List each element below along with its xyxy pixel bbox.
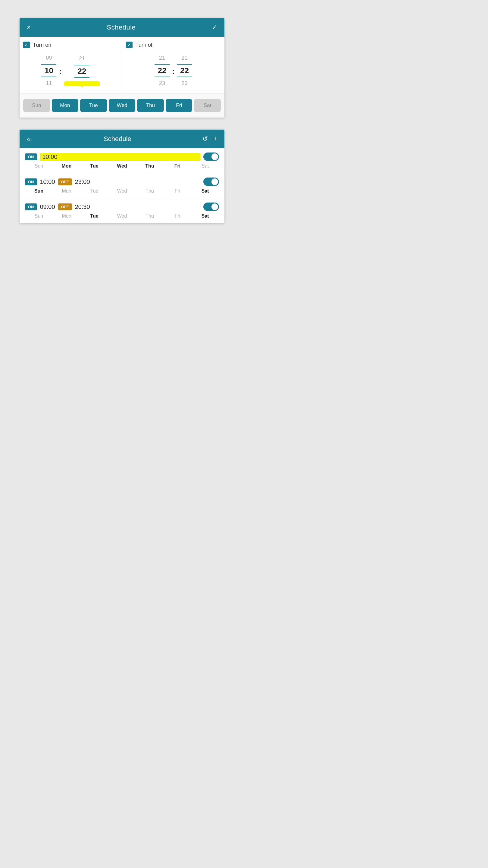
top-card-title: Schedule [107, 24, 136, 31]
day-btn-sun[interactable]: Sun [23, 99, 50, 112]
turn-on-checkbox[interactable]: ✓ [23, 41, 30, 48]
schedule-2-off-time: 23:00 [75, 179, 90, 185]
schedule-1-main-row: ON 10:00 [25, 153, 219, 161]
day-mon-3: Mon [53, 213, 80, 219]
hour-current-on: 10 [41, 64, 56, 77]
tooltip-box [64, 82, 100, 86]
top-schedule-card: × Schedule ✓ ✓ Turn on 09 10 11 : 21 22 [20, 18, 224, 118]
back-home-icon[interactable]: ‹⌂ [27, 135, 33, 143]
day-btn-mon[interactable]: Mon [52, 99, 78, 112]
minute-spinner-on[interactable]: 21 22 [64, 54, 100, 88]
day-mon-1: Mon [53, 163, 80, 169]
schedule-3-on-time: 09:00 [40, 204, 55, 210]
day-selector-row: Sun Mon Tue Wed Thu Fri Sat [20, 93, 224, 118]
day-sun-3: Sun [25, 213, 53, 219]
minute-below-on [64, 79, 100, 88]
day-tue-1: Tue [80, 163, 108, 169]
turn-off-column: ✓ Turn off 21 22 23 : 21 22 23 [122, 37, 225, 93]
colon-on: : [59, 67, 61, 76]
schedule-2-main-row: ON 10:00 OFF 23:00 [25, 178, 219, 186]
schedule-2-on-badge: ON [25, 179, 37, 185]
schedule-1-on-time: 10:00 [40, 153, 201, 161]
schedule-3-off-time: 20:30 [75, 204, 90, 210]
minute-spinner-off[interactable]: 21 22 23 [177, 53, 192, 88]
schedule-1-toggle[interactable] [203, 153, 219, 161]
minute-current-off: 22 [177, 64, 192, 77]
schedule-3-main-row: ON 09:00 OFF 20:30 [25, 203, 219, 211]
hour-above-off: 21 [159, 53, 165, 63]
schedule-3-days: Sun Mon Tue Wed Thu Fri Sat [25, 213, 219, 219]
schedule-2-on-time: 10:00 [40, 179, 55, 185]
minute-above-off: 21 [182, 53, 188, 63]
day-btn-sat[interactable]: Sat [194, 99, 221, 112]
day-thu-3: Thu [136, 213, 164, 219]
minute-above-on: 21 [79, 54, 85, 64]
turn-on-label: Turn on [33, 42, 51, 48]
day-mon-2: Mon [53, 188, 80, 194]
schedule-2-toggle[interactable] [203, 178, 219, 186]
hour-spinner-on[interactable]: 09 10 11 [41, 53, 56, 88]
schedule-3-off-badge: OFF [58, 204, 72, 210]
hour-below-off: 23 [159, 79, 165, 88]
hour-current-off: 22 [155, 64, 170, 77]
hour-above-on: 09 [46, 53, 52, 63]
turn-on-checkbox-row[interactable]: ✓ Turn on [23, 41, 51, 48]
day-sat-3: Sat [191, 213, 219, 219]
schedule-3-on-badge: ON [25, 204, 37, 210]
day-wed-1: Wed [108, 163, 136, 169]
minute-below-off: 23 [182, 79, 188, 88]
day-btn-thu[interactable]: Thu [137, 99, 164, 112]
close-icon[interactable]: × [27, 24, 31, 31]
day-btn-wed[interactable]: Wed [109, 99, 135, 112]
bottom-card-title: Schedule [36, 135, 199, 143]
day-tue-3: Tue [80, 213, 108, 219]
day-wed-3: Wed [108, 213, 136, 219]
day-fri-1: Fri [164, 163, 191, 169]
hour-spinner-off[interactable]: 21 22 23 [155, 53, 170, 88]
turn-off-checkbox[interactable]: ✓ [126, 41, 133, 48]
add-icon[interactable]: + [213, 135, 217, 143]
day-fri-2: Fri [164, 188, 191, 194]
hour-below-on: 11 [46, 79, 52, 88]
day-sun-2: Sun [25, 188, 53, 194]
day-btn-fri[interactable]: Fri [166, 99, 193, 112]
schedule-item-1: ON 10:00 Sun Mon Tue Wed Thu Fri Sat [20, 148, 224, 173]
turn-on-spinner: 09 10 11 : 21 22 [23, 53, 119, 88]
bottom-schedule-card: ‹⌂ Schedule ↺ + ON 10:00 Sun Mon Tue Wed… [20, 130, 224, 223]
turn-off-label: Turn off [135, 42, 154, 48]
day-tue-2: Tue [80, 188, 108, 194]
day-sat-1: Sat [191, 163, 219, 169]
day-fri-3: Fri [164, 213, 191, 219]
minute-current-on: 22 [74, 65, 90, 78]
day-sun-1: Sun [25, 163, 53, 169]
colon-off: : [172, 67, 175, 76]
refresh-icon[interactable]: ↺ [202, 135, 208, 143]
header-action-icons: ↺ + [202, 135, 217, 143]
schedule-1-on-badge: ON [25, 153, 37, 160]
schedule-item-2: ON 10:00 OFF 23:00 Sun Mon Tue Wed Thu F… [20, 173, 224, 198]
schedule-3-toggle[interactable] [203, 203, 219, 211]
day-btn-tue[interactable]: Tue [80, 99, 107, 112]
time-picker-section: ✓ Turn on 09 10 11 : 21 22 [20, 37, 224, 93]
schedule-item-3: ON 09:00 OFF 20:30 Sun Mon Tue Wed Thu F… [20, 198, 224, 223]
bottom-card-header: ‹⌂ Schedule ↺ + [20, 130, 224, 148]
tooltip-wrapper [64, 82, 100, 86]
turn-off-spinner: 21 22 23 : 21 22 23 [126, 53, 221, 88]
schedule-2-days: Sun Mon Tue Wed Thu Fri Sat [25, 188, 219, 194]
check-icon[interactable]: ✓ [212, 24, 217, 31]
day-thu-2: Thu [136, 188, 164, 194]
schedule-1-days: Sun Mon Tue Wed Thu Fri Sat [25, 163, 219, 169]
day-wed-2: Wed [108, 188, 136, 194]
schedule-2-off-badge: OFF [58, 179, 72, 185]
day-thu-1: Thu [136, 163, 164, 169]
day-sat-2: Sat [191, 188, 219, 194]
turn-on-column: ✓ Turn on 09 10 11 : 21 22 [20, 37, 122, 93]
turn-off-checkbox-row[interactable]: ✓ Turn off [126, 41, 154, 48]
top-card-header: × Schedule ✓ [20, 18, 224, 37]
